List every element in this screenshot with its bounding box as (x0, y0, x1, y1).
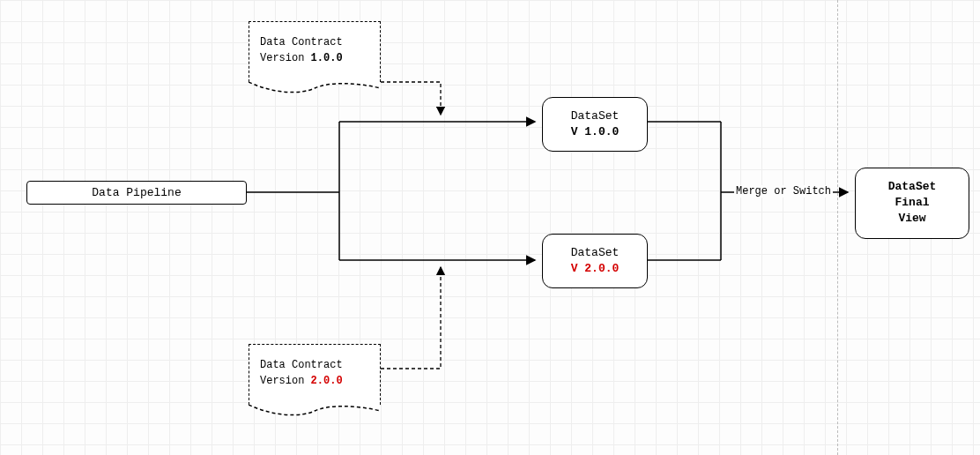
contract-v1-prefix: Version (260, 52, 311, 64)
diagram-connectors (0, 0, 980, 455)
dataset-v2-node: DataSet V 2.0.0 (542, 234, 648, 288)
dataset-v1-line1: DataSet (555, 108, 635, 124)
contract-v1-note: Data Contract Version 1.0.0 (249, 21, 381, 94)
dataset-v1-node: DataSet V 1.0.0 (542, 97, 648, 152)
contract-v1-line1: Data Contract (260, 36, 343, 48)
merge-or-switch-label: Merge or Switch (734, 185, 833, 198)
dataset-v1-line2: V 1.0.0 (555, 124, 635, 140)
contract-v1-version: 1.0.0 (311, 52, 343, 64)
contract-v2-line1: Data Contract (260, 359, 343, 371)
contract-v2-version: 2.0.0 (311, 375, 343, 387)
dataset-v2-line1: DataSet (555, 245, 635, 261)
final-view-line1: DataSet Final (868, 179, 956, 211)
contract-v2-note: Data Contract Version 2.0.0 (249, 344, 381, 417)
final-view-line2: View (868, 211, 956, 227)
data-pipeline-node: Data Pipeline (26, 181, 247, 205)
dataset-v2-line2: V 2.0.0 (555, 261, 635, 277)
contract-v2-prefix: Version (260, 375, 311, 387)
data-pipeline-label: Data Pipeline (92, 186, 181, 199)
final-view-node: DataSet Final View (855, 168, 969, 239)
